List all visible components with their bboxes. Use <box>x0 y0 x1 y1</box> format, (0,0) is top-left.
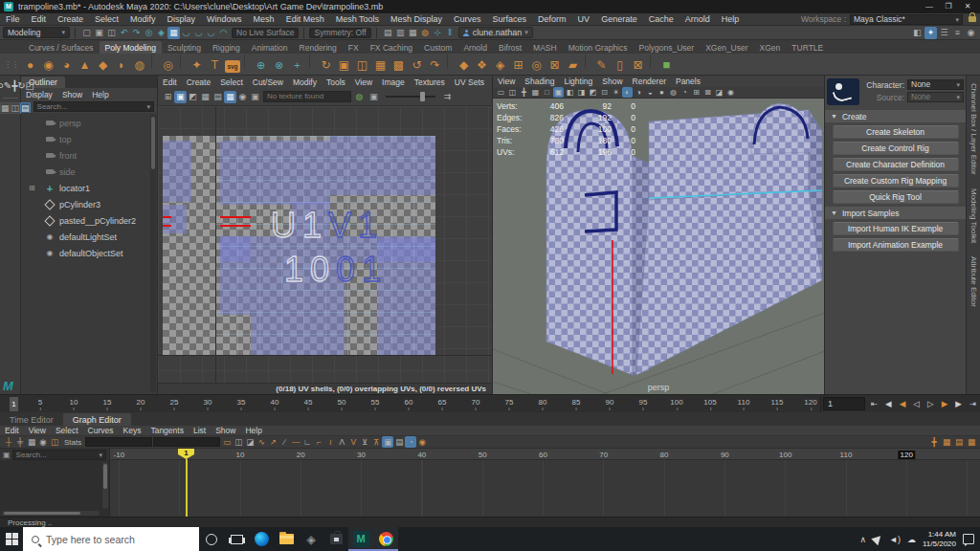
uv-tool-icon[interactable]: ◩ <box>187 91 199 103</box>
viewport-tool-icon[interactable]: □ <box>542 87 552 98</box>
shelf-tool-icon[interactable]: ↺ <box>409 57 425 74</box>
channel-list[interactable] <box>0 460 109 517</box>
taskbar-clock[interactable]: 1:44 AM 11/5/2020 <box>923 530 956 548</box>
graph-search-input[interactable]: Search... ▾ <box>12 450 106 460</box>
uv-tool-icon[interactable]: ⊞ <box>162 91 174 103</box>
shelf-tool-icon[interactable]: ▣ <box>336 57 352 74</box>
tangent-tool-icon[interactable]: ∿ <box>256 436 267 448</box>
uv-tool-icon[interactable]: ▤ <box>212 91 224 103</box>
menu-item[interactable]: Edit <box>0 426 24 435</box>
menu-item[interactable]: Modify <box>124 14 162 24</box>
tangent-tool-icon[interactable]: ⌐ <box>313 436 324 448</box>
status-tool-icon[interactable]: ▦ <box>167 27 180 39</box>
sidebar-toggle-icon[interactable]: ◧ <box>911 27 924 39</box>
menu-item[interactable]: View <box>493 77 520 86</box>
viewport-tool-icon[interactable]: ⊡ <box>599 87 610 98</box>
tangent-tool-icon[interactable]: ⊼ <box>370 436 382 448</box>
graph-time-ruler[interactable]: -10102030405060708090100110120 <box>110 449 980 460</box>
shelf-tool-icon[interactable] <box>180 55 185 69</box>
shelf-tool-icon[interactable]: ● <box>22 57 38 74</box>
status-tool-icon[interactable]: ↷ <box>130 27 143 39</box>
playback-button[interactable]: ◁ <box>911 398 923 410</box>
viewport-tool-icon[interactable]: ▦ <box>530 87 541 98</box>
outliner-item[interactable]: ⊞ front <box>21 147 157 164</box>
shelf-tool-icon[interactable]: svg <box>225 60 240 73</box>
hik-action-button[interactable]: Create Skeleton <box>833 125 959 139</box>
start-button[interactable] <box>0 527 23 551</box>
graph-view-icon[interactable]: ▦ <box>941 436 952 448</box>
shelf-tab[interactable]: Motion Graphics <box>563 41 634 54</box>
shelf-tool-icon[interactable]: ▲ <box>77 57 93 74</box>
import-samples-section-header[interactable]: ▼ Import Samples <box>825 207 966 219</box>
shelf-tool-icon[interactable]: T <box>207 57 223 74</box>
shelf-tool-icon[interactable] <box>585 55 590 69</box>
expand-arrows-icon[interactable]: ⇉ <box>441 91 454 103</box>
shelf-tool-icon[interactable] <box>244 55 249 69</box>
menu-item[interactable]: Edit Mesh <box>280 14 330 24</box>
shelf-tool-icon[interactable]: ◉ <box>40 57 56 74</box>
shelf-tab[interactable]: FX <box>343 41 365 54</box>
viewport-tool-icon[interactable]: ◉ <box>725 87 736 98</box>
status-tool-icon[interactable]: ▢ <box>80 27 93 39</box>
shelf-tool-icon[interactable]: ⊞ <box>510 57 526 74</box>
viewport-tool-icon[interactable]: ◨ <box>576 87 587 98</box>
image-icon[interactable]: ▣ <box>368 91 380 103</box>
chrome-button[interactable] <box>373 527 398 551</box>
shelf-tab[interactable]: Animation <box>246 41 294 54</box>
outliner-item[interactable]: ⊞ locator1 <box>21 180 157 196</box>
menu-item[interactable]: Generate <box>595 14 643 24</box>
live-surface-field[interactable]: No Live Surface <box>232 28 299 38</box>
menu-item[interactable]: Cut/Sew <box>248 77 288 87</box>
texture-visibility-icon[interactable]: ◍ <box>353 91 366 103</box>
viewport-tool-icon[interactable]: ⊠ <box>702 87 713 98</box>
menu-item[interactable]: Textures <box>410 77 450 87</box>
viewport-tool-icon[interactable]: ◑ <box>634 87 644 98</box>
tangent-tool-icon[interactable]: ◔ <box>405 436 416 448</box>
edge-button[interactable] <box>249 527 274 551</box>
shelf-tab[interactable]: Bifrost <box>493 41 527 54</box>
menu-item[interactable]: UV <box>572 14 596 24</box>
viewport-tool-icon[interactable]: ╋ <box>519 87 529 98</box>
status-tool-icon[interactable]: ◡ <box>192 27 205 39</box>
menu-item[interactable]: Lighting <box>559 77 597 86</box>
shelf-tool-icon[interactable]: ▦ <box>372 57 389 74</box>
uv-tool-icon[interactable]: ▣ <box>174 91 187 103</box>
tangent-tool-icon[interactable]: — <box>290 436 301 448</box>
shelf-tool-icon[interactable]: ▰ <box>565 57 581 74</box>
shelf-tool-icon[interactable]: ↻ <box>318 57 334 74</box>
status-tool-icon[interactable]: ◠ <box>217 27 230 39</box>
time-slider[interactable]: 1 51015202530354045505560657075808590951… <box>0 394 980 412</box>
outliner-item[interactable]: ⊞ persp <box>21 115 157 131</box>
cortana-button[interactable] <box>199 527 224 551</box>
graph-tool-icon[interactable]: ◉ <box>37 436 49 448</box>
viewport-tool-icon[interactable]: ◒ <box>645 87 656 98</box>
menu-item[interactable]: Windows <box>201 14 248 24</box>
menu-item[interactable]: Select <box>215 77 248 87</box>
uv-tool-icon[interactable]: ▦ <box>199 91 212 103</box>
viewport-tool-icon[interactable]: ◔ <box>679 87 690 98</box>
viewport-tool-icon[interactable]: ◧ <box>565 87 575 98</box>
menu-item[interactable]: Keys <box>119 426 146 435</box>
status-render-icon[interactable]: ▦ <box>407 27 419 39</box>
playback-button[interactable]: ▷ <box>924 398 936 410</box>
uv-tool-icon[interactable]: ◉ <box>236 91 249 103</box>
menu-item[interactable]: Shading <box>520 77 559 86</box>
transform-tool-icon[interactable]: ◰ <box>26 80 34 91</box>
uv-tool-icon[interactable]: ▣ <box>249 91 261 103</box>
tangent-tool-icon[interactable]: ◫ <box>233 436 244 448</box>
hik-action-button[interactable]: Create Control Rig <box>833 142 959 155</box>
user-account-chip[interactable]: clune.nathan ▾ <box>458 27 533 38</box>
notifications-icon[interactable] <box>963 534 974 544</box>
shelf-tool-icon[interactable]: ◎ <box>160 57 176 74</box>
shelf-tool-icon[interactable]: ◕ <box>58 57 75 74</box>
shelf-tool-icon[interactable]: ✦ <box>189 57 205 74</box>
viewport-tool-icon[interactable]: ◫ <box>507 87 518 98</box>
status-render-icon[interactable]: ◍ <box>419 27 432 39</box>
outliner-item[interactable]: ⊞ pCylinder3 <box>21 196 157 212</box>
graph-view-icon[interactable]: ▤ <box>953 436 965 448</box>
menu-item[interactable]: Create <box>182 77 216 87</box>
shelf-tool-icon[interactable]: ↷ <box>427 57 443 74</box>
menu-item[interactable]: Display <box>162 14 202 24</box>
shelf-tool-icon[interactable] <box>151 55 156 69</box>
menu-item[interactable]: Tools <box>322 77 350 87</box>
